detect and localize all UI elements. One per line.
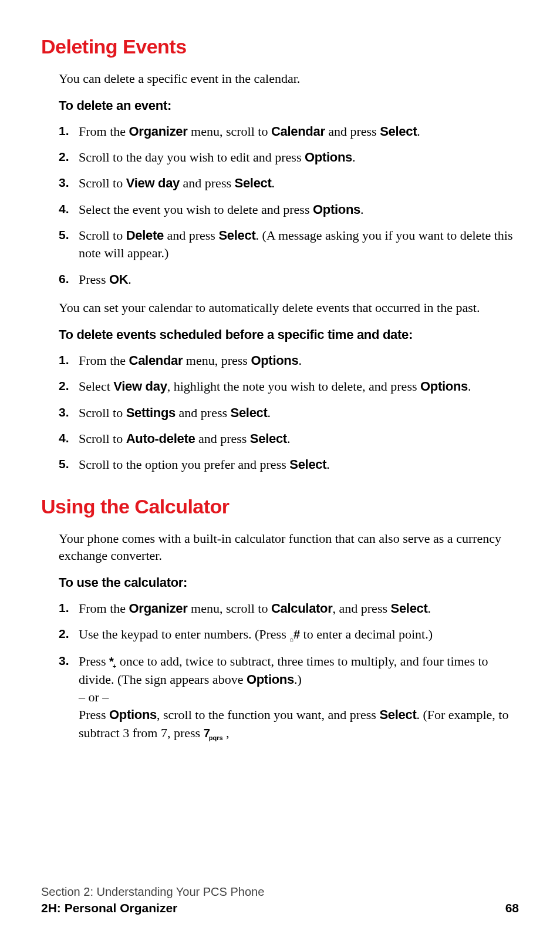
step-text: . <box>272 176 275 190</box>
step-text: From the <box>79 601 129 616</box>
step-text: . <box>287 431 291 446</box>
ordered-list: 1.From the Organizer menu, scroll to Cal… <box>59 600 519 743</box>
step-text: Scroll to <box>79 431 126 446</box>
footer-chapter: 2H: Personal Organizer <box>41 901 177 915</box>
bold-term: Select <box>380 124 417 139</box>
step-text: menu, scroll to <box>188 124 271 139</box>
bold-term: Select <box>231 405 268 420</box>
or-separator: – or – <box>79 690 109 704</box>
heading-using-calculator: Using the Calculator <box>41 495 519 518</box>
bold-term: Calendar <box>129 353 183 368</box>
step-text: menu, press <box>183 353 251 368</box>
step-number: 2. <box>59 149 69 166</box>
step-text: . <box>268 405 271 420</box>
step-number: 2. <box>59 626 69 643</box>
step-text: Press <box>79 654 109 668</box>
list-item: 4.Select the event you wish to delete an… <box>59 201 519 219</box>
list-item: 6.Press OK. <box>59 271 519 288</box>
list-item: 5.Scroll to the option you prefer and pr… <box>59 456 519 473</box>
step-text: Select the event you wish to delete and … <box>79 202 313 217</box>
step-text: Scroll to <box>79 405 126 420</box>
hash-key-icon: ⌂# <box>289 627 300 644</box>
footer-section-title: Section 2: Understanding Your PCS Phone <box>41 885 519 899</box>
step-number: 3. <box>59 174 69 191</box>
step-number: 2. <box>59 378 69 395</box>
step-text: Scroll to the option you prefer and pres… <box>79 457 289 472</box>
bold-term: Select <box>218 228 255 243</box>
bold-term: Calendar <box>271 124 325 139</box>
step-text: , scroll to the function you want, and p… <box>157 707 379 722</box>
step-text: . <box>352 150 356 164</box>
step-text: . <box>298 353 302 368</box>
bold-term: OK <box>109 272 128 287</box>
step-text: , and press <box>333 601 391 616</box>
step-text: Scroll to <box>79 228 126 243</box>
list-item: 1.From the Calendar menu, press Options. <box>59 352 519 369</box>
bold-term: Select <box>289 457 326 472</box>
bold-term: Options <box>251 353 298 368</box>
bold-term: Calculator <box>271 601 333 616</box>
step-number: 5. <box>59 456 69 473</box>
step-text: Scroll to <box>79 176 126 190</box>
bold-term: Delete <box>126 228 164 243</box>
list-item: 3.Press *+ once to add, twice to subtrac… <box>59 653 519 743</box>
body-text: You can set your calendar to automatical… <box>59 299 519 317</box>
bold-term: Options <box>313 202 360 217</box>
step-text: , highlight the note you wish to delete,… <box>167 379 420 394</box>
step-text: . <box>360 202 364 217</box>
list-item: 1.From the Organizer menu, scroll to Cal… <box>59 600 519 617</box>
step-number: 3. <box>59 404 69 421</box>
bold-term: Select <box>379 707 416 722</box>
bold-term: Options <box>420 379 468 394</box>
seven-key-icon: 7pqrs <box>204 725 223 743</box>
bold-term: View day <box>113 379 167 394</box>
list-item: 4.Scroll to Auto-delete and press Select… <box>59 430 519 448</box>
step-text: and press <box>195 431 249 446</box>
step-text: Scroll to the day you wish to edit and p… <box>79 150 305 164</box>
step-number: 1. <box>59 123 69 140</box>
step-text: and press <box>325 124 380 139</box>
list-item: 3.Scroll to View day and press Select. <box>59 174 519 192</box>
step-text: Press <box>79 272 109 287</box>
step-number: 4. <box>59 201 69 218</box>
step-text: , <box>223 725 230 740</box>
page-number: 68 <box>505 901 519 915</box>
intro-text: Your phone comes with a built-in calcula… <box>59 530 519 565</box>
step-number: 1. <box>59 352 69 369</box>
step-text: From the <box>79 353 129 368</box>
procedure-heading: To use the calculator: <box>59 575 519 590</box>
procedure-heading: To delete events scheduled before a spec… <box>59 327 519 342</box>
bold-term: Organizer <box>129 601 188 616</box>
step-text: and press <box>164 228 218 243</box>
heading-deleting-events: Deleting Events <box>41 35 519 58</box>
step-number: 1. <box>59 600 69 617</box>
step-text: From the <box>79 124 129 139</box>
bold-term: Auto-delete <box>126 431 195 446</box>
bold-term: Options <box>305 150 352 164</box>
step-text: Select <box>79 379 113 394</box>
list-item: 2.Use the keypad to enter numbers. (Pres… <box>59 626 519 644</box>
bold-term: Settings <box>126 405 176 420</box>
step-number: 6. <box>59 271 69 288</box>
bold-term: Organizer <box>129 124 188 139</box>
bold-term: Select <box>391 601 428 616</box>
bold-term: Options <box>247 672 294 687</box>
step-text: . <box>417 124 420 139</box>
step-text: menu, scroll to <box>188 601 271 616</box>
step-text: . <box>128 272 131 287</box>
step-number: 4. <box>59 430 69 447</box>
list-item: 2.Scroll to the day you wish to edit and… <box>59 149 519 166</box>
list-item: 5.Scroll to Delete and press Select. (A … <box>59 227 519 263</box>
bold-term: View day <box>126 176 180 190</box>
step-text: and press <box>180 176 234 190</box>
step-text: Press <box>79 707 109 722</box>
step-number: 5. <box>59 227 69 244</box>
ordered-list: 1.From the Calendar menu, press Options.… <box>59 352 519 474</box>
step-text: .) <box>294 672 302 687</box>
intro-text: You can delete a specific event in the c… <box>59 70 519 88</box>
step-text: to enter a decimal point.) <box>300 627 433 641</box>
step-text: Use the keypad to enter numbers. (Press <box>79 627 289 641</box>
list-item: 2.Select View day, highlight the note yo… <box>59 378 519 395</box>
bold-term: Select <box>235 176 272 190</box>
step-text: . <box>428 601 431 616</box>
